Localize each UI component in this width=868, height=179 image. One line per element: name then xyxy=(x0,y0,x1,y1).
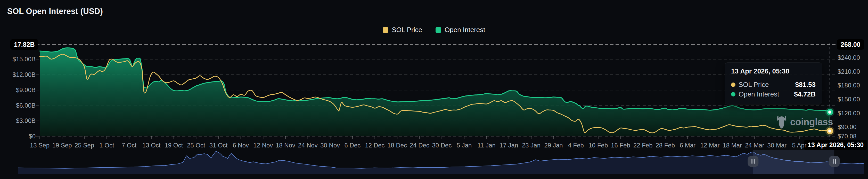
y-axis-label-left: $0 xyxy=(2,133,36,140)
y-axis-label-left: $15.00B xyxy=(2,56,36,63)
y-axis-label-left: $6.00B xyxy=(2,102,36,109)
x-axis-label: 24 Dec xyxy=(410,142,429,149)
x-axis-label: 25 Oct xyxy=(187,142,205,149)
x-axis-label: 12 Nov xyxy=(253,142,273,149)
sol-price-swatch-icon xyxy=(383,27,389,33)
y-axis-label-right: $180.00 xyxy=(838,82,860,89)
right-axis-max-badge: 268.00 xyxy=(837,39,864,50)
x-axis-label: 12 Dec xyxy=(365,142,384,149)
x-axis-label: 22 Feb xyxy=(633,142,653,149)
x-axis-label: 18 Mar xyxy=(722,142,742,149)
x-axis-label: 18 Nov xyxy=(276,142,295,149)
x-axis-label: 6 Dec xyxy=(344,142,361,149)
page-title: SOL Open Interest (USD) xyxy=(7,7,103,16)
x-axis-label: 4 Feb xyxy=(568,142,584,149)
y-axis-label-right: $90.00 xyxy=(838,123,857,131)
tooltip-label: Open Interest xyxy=(739,90,791,98)
x-axis-label: 6 Mar xyxy=(680,142,695,149)
legend-item-sol-price[interactable]: SOL Price xyxy=(383,26,422,34)
chart-legend: SOL Price Open Interest xyxy=(0,26,868,34)
open-interest-dot-icon xyxy=(731,92,736,97)
x-axis-label: 28 Feb xyxy=(655,142,675,149)
tooltip-row-open-interest: Open Interest $4.72B xyxy=(731,90,816,99)
crosshair-date-badge: 13 Apr 2026, 05:30 xyxy=(804,140,867,150)
x-axis-label: 16 Feb xyxy=(611,142,630,149)
open-interest-series xyxy=(40,48,830,136)
coinglass-bull-icon xyxy=(776,116,787,129)
navigator-handle-right[interactable] xyxy=(829,156,840,167)
y-axis-label-right: $240.00 xyxy=(838,54,860,61)
coinglass-chart-page: { "page": { "title": "SOL Open Interest … xyxy=(0,0,868,179)
x-axis-label: 5 Apr xyxy=(792,142,807,149)
chart-tooltip: 13 Apr 2026, 05:30 SOL Price $81.53 Open… xyxy=(724,62,822,104)
x-axis-label: 7 Oct xyxy=(122,142,136,149)
x-axis-label: 5 Jan xyxy=(457,142,472,149)
x-axis-label: 17 Jan xyxy=(499,142,518,149)
x-axis-label: 24 Nov xyxy=(298,142,318,149)
y-axis-label-left: $9.00B xyxy=(2,86,36,94)
open-interest-swatch-icon xyxy=(436,27,441,33)
x-axis-label: 30 Nov xyxy=(320,142,340,149)
tooltip-value: $4.72B xyxy=(794,90,816,98)
x-axis-label: 6 Nov xyxy=(232,142,249,149)
coinglass-watermark: coinglass xyxy=(776,116,833,129)
legend-label: Open Interest xyxy=(444,26,485,34)
legend-label: SOL Price xyxy=(392,26,422,34)
x-axis-label: 13 Sep xyxy=(30,142,50,149)
x-axis-label: 29 Jan xyxy=(545,142,563,149)
y-axis-label-right: $150.00 xyxy=(838,96,860,103)
x-axis-label: 11 Jan xyxy=(477,142,496,149)
sol-price-dot-icon xyxy=(731,82,736,87)
navigator-selection xyxy=(753,150,834,174)
y-axis-label-right: $70.08 xyxy=(838,133,857,140)
tooltip-row-sol-price: SOL Price $81.53 xyxy=(731,80,816,90)
x-axis-label: 18 Dec xyxy=(387,142,407,149)
x-axis-label: 13 Oct xyxy=(142,142,161,149)
navigator-minimap[interactable] xyxy=(18,150,864,174)
y-axis-label-left: $12.00B xyxy=(2,71,36,78)
tooltip-label: SOL Price xyxy=(739,81,792,89)
legend-item-open-interest[interactable]: Open Interest xyxy=(436,26,485,34)
left-axis-max-badge: 17.82B xyxy=(10,39,38,50)
x-axis-label: 19 Oct xyxy=(164,142,183,149)
x-axis-label: 12 Mar xyxy=(701,142,720,149)
tooltip-date: 13 Apr 2026, 05:30 xyxy=(731,67,816,75)
y-axis-label-left: $3.00B xyxy=(2,117,36,124)
x-axis-label: 23 Jan xyxy=(522,142,540,149)
watermark-text: coinglass xyxy=(790,117,833,128)
x-axis-label: 30 Dec xyxy=(432,142,452,149)
x-axis-label: 25 Sep xyxy=(74,142,94,149)
x-axis-label: 31 Oct xyxy=(209,142,228,149)
tooltip-value: $81.53 xyxy=(795,81,816,89)
navigator-handle-left[interactable] xyxy=(748,156,758,167)
y-axis-label-right: $120.00 xyxy=(838,110,860,117)
x-axis-label: 10 Feb xyxy=(589,142,608,149)
x-axis-label: 24 Mar xyxy=(745,142,764,149)
x-axis-label: 1 Oct xyxy=(99,142,114,149)
x-axis-label: 19 Sep xyxy=(52,142,72,149)
y-axis-label-right: $210.00 xyxy=(838,68,860,75)
x-axis-label: 30 Mar xyxy=(768,142,787,149)
